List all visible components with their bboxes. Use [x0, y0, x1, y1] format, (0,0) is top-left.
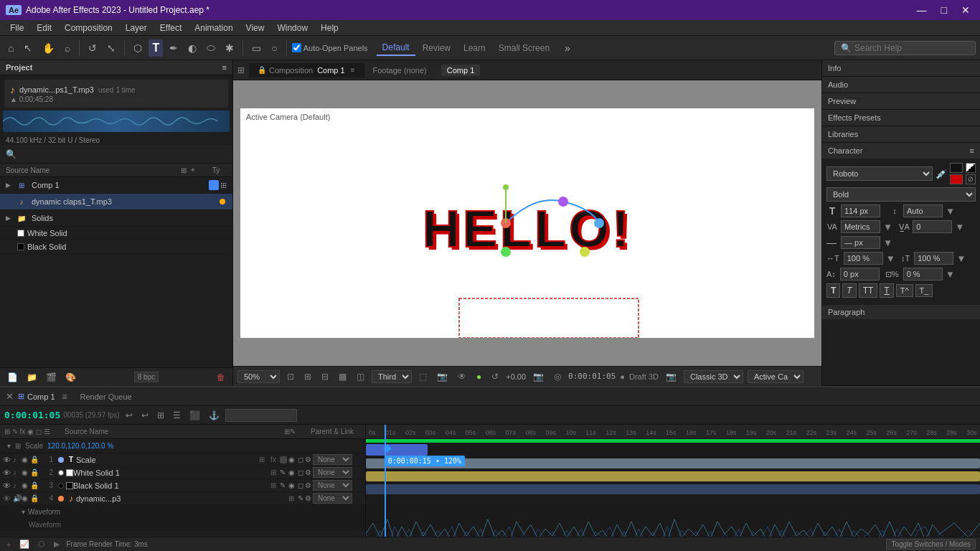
layer4-audio-vis[interactable]: 🔊	[13, 494, 22, 502]
menu-item-window[interactable]: Window	[271, 22, 314, 34]
libraries-header[interactable]: Libraries	[822, 126, 980, 142]
zoom-select[interactable]: 50% 100%	[237, 370, 280, 383]
tracking-input[interactable]	[841, 220, 880, 233]
show-snapshot-button[interactable]: 👁	[455, 370, 469, 383]
horiz-scale-dropdown[interactable]: ▼	[886, 253, 895, 264]
layer1-lock[interactable]: 🔒	[30, 456, 39, 463]
maximize-button[interactable]: □	[937, 3, 951, 17]
comp-tab-menu[interactable]: ≡	[351, 66, 355, 74]
layer1-expand-icon[interactable]: ▾	[7, 442, 11, 450]
style-select[interactable]: Bold	[826, 187, 976, 202]
project-list-item-white-solid[interactable]: White Solid	[0, 227, 232, 240]
layer4-switch-edit[interactable]: ✎	[298, 494, 303, 502]
project-panel-menu-icon[interactable]: ≡	[222, 63, 227, 72]
line-height-dropdown[interactable]: ▼	[883, 237, 892, 248]
layer2-solo[interactable]: ◉	[22, 468, 30, 476]
tl-render-button[interactable]: ▶	[52, 539, 62, 550]
layer1-vis[interactable]: 👁	[3, 456, 13, 464]
no-color-button[interactable]: ∅	[966, 174, 976, 184]
character-header[interactable]: Character ≡	[822, 143, 980, 159]
toggle-switches-button[interactable]: Toggle Switches / Modes	[886, 539, 976, 550]
tool-select[interactable]: ↖	[20, 40, 36, 56]
allcaps-text-button[interactable]: TT	[859, 283, 878, 298]
menu-item-effect[interactable]: Effect	[154, 22, 187, 34]
reset-exposure-button[interactable]: ↺	[489, 370, 501, 383]
layer1-motion-blur-btn[interactable]: ◉	[288, 456, 295, 463]
tool-pen[interactable]: ✒	[166, 40, 182, 56]
tool-rect[interactable]: ▭	[248, 40, 265, 56]
color-mode-toggle[interactable]	[966, 163, 976, 173]
minimize-button[interactable]: —	[913, 3, 931, 17]
snapshot-button[interactable]: 📷	[434, 370, 451, 383]
workspace-default[interactable]: Default	[377, 40, 415, 56]
layer4-switch-a[interactable]: ⊞	[286, 494, 296, 504]
project-list-item-solids[interactable]: ▶ 📁 Solids	[0, 210, 232, 227]
tl-shy-button[interactable]: ⬛	[187, 409, 203, 422]
project-list-item-black-solid[interactable]: Black Solid	[0, 240, 232, 254]
tool-shape[interactable]: ⬭	[203, 39, 219, 56]
fill-color-swatch[interactable]	[950, 163, 963, 173]
toggle-transparency-button[interactable]: ◫	[354, 370, 367, 383]
workspace-more[interactable]: »	[561, 40, 574, 56]
camera-button[interactable]: 📷	[530, 370, 547, 383]
layer-row-1[interactable]: 👁 ♪ ◉ 🔒 1 T Scale ⊞ fx	[0, 453, 365, 466]
tsume-input[interactable]	[903, 268, 943, 281]
layer1-switch-color[interactable]	[280, 456, 287, 463]
workspace-learn[interactable]: Learn	[458, 40, 491, 56]
delete-item-button[interactable]: 🗑	[214, 371, 228, 384]
line-height-input[interactable]	[841, 236, 880, 249]
tool-rotate[interactable]: ↺	[85, 40, 100, 56]
layer2-vis[interactable]: 👁	[3, 468, 13, 477]
tool-home[interactable]: ⌂	[4, 40, 17, 56]
layer3-vis[interactable]: 👁	[3, 481, 13, 490]
render-mode-select[interactable]: Classic 3D	[684, 370, 743, 383]
vert-scale-input[interactable]	[914, 252, 953, 265]
tool-hand[interactable]: ✋	[39, 40, 58, 56]
baseline-input[interactable]	[840, 268, 880, 281]
bold-text-button[interactable]: T	[826, 283, 840, 298]
comp-time-display[interactable]: 0:00:01:05	[568, 372, 616, 381]
tool-text[interactable]: T	[149, 39, 163, 57]
superscript-text-button[interactable]: T^	[896, 284, 913, 297]
underline-text-button[interactable]: T	[880, 283, 893, 298]
menu-item-edit[interactable]: Edit	[31, 22, 57, 34]
layer4-vis[interactable]: 👁	[3, 494, 13, 503]
layer3-switch-edit[interactable]: ✎	[280, 481, 286, 489]
timeline-tracks[interactable]: 0s01s02s03s04s 05s06s07s08s09s 10s11s12s…	[366, 425, 980, 537]
view-select[interactable]: Third	[372, 370, 412, 383]
kerning-dropdown[interactable]: ▼	[955, 222, 964, 232]
tool-clone[interactable]: ◐	[184, 40, 200, 56]
layer2-lock[interactable]: 🔒	[30, 468, 39, 476]
tl-new-comp-button[interactable]: ⊞	[154, 409, 167, 422]
stroke-color-swatch[interactable]	[950, 174, 963, 184]
menu-item-file[interactable]: File	[4, 22, 29, 34]
workspace-small[interactable]: Small Screen	[493, 40, 555, 56]
paragraph-header[interactable]: Paragraph	[822, 305, 980, 319]
new-item-button[interactable]: 📄	[4, 371, 21, 384]
tl-solodraft-button[interactable]: ☰	[170, 409, 184, 422]
close-button[interactable]: ✕	[957, 3, 974, 17]
grid-button[interactable]: ⊞	[301, 370, 314, 383]
timeline-search-input[interactable]	[225, 409, 297, 422]
layer-row-4[interactable]: 👁 🔊 ◉ 🔒 4 ♪ dynamic...p3 ⊞ ✎	[0, 492, 365, 505]
tl-anchor-button[interactable]: ⚓	[206, 409, 222, 422]
timeline-current-time[interactable]: 0:00:01:05	[4, 410, 60, 420]
tsume-dropdown[interactable]: ▼	[946, 269, 955, 280]
footage-tab[interactable]: Footage (none)	[364, 63, 435, 77]
bpc-display[interactable]: 8 bpc	[134, 372, 159, 382]
project-search-input[interactable]	[19, 149, 227, 160]
search-help-input[interactable]	[854, 43, 969, 53]
preview-header[interactable]: Preview	[822, 93, 980, 109]
track-row-1[interactable]	[366, 443, 980, 457]
render-queue-button[interactable]: Render Queue	[80, 392, 132, 401]
layer1-solo[interactable]: ◉	[22, 456, 30, 463]
leading-input[interactable]	[903, 204, 943, 217]
layer3-switch-a[interactable]: ⊞	[268, 481, 278, 491]
project-item-audio[interactable]: ♪ dynamic...ps1_T.mp3 used 1 time ▲ 0:00…	[4, 80, 228, 108]
layer3-lock[interactable]: 🔒	[30, 481, 39, 489]
workspace-review[interactable]: Review	[417, 40, 456, 56]
layer4-solo[interactable]: ◉	[22, 494, 30, 502]
track-row-3[interactable]: 0:00:00:15 • 120%	[366, 470, 980, 483]
italic-text-button[interactable]: T	[842, 283, 856, 298]
comp-expand-arrow[interactable]: ▶	[6, 182, 16, 189]
